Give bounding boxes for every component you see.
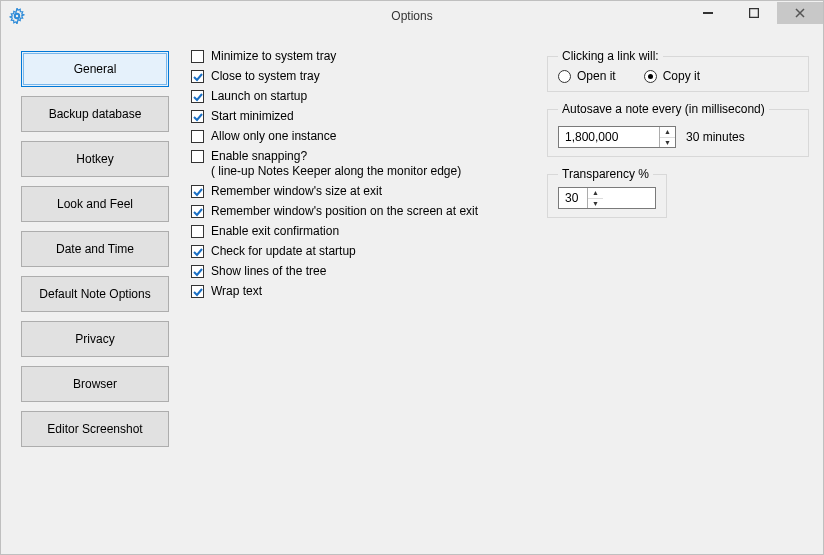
checkbox-enable-snapping[interactable] [191, 150, 204, 163]
checkbox-label: Close to system tray [211, 69, 320, 84]
autosave-input[interactable] [559, 127, 659, 147]
checkbox-wrap-text[interactable] [191, 285, 204, 298]
checkbox-label: Check for update at startup [211, 244, 356, 259]
spinner-up-icon[interactable]: ▲ [660, 127, 675, 138]
svg-rect-1 [703, 12, 713, 14]
window-body: General Backup database Hotkey Look and … [1, 30, 823, 554]
spinner-down-icon[interactable]: ▼ [588, 199, 603, 209]
nav-item-label: Hotkey [76, 152, 113, 166]
nav-item-label: Backup database [49, 107, 142, 121]
transparency-group: Transparency % ▲▼ [547, 167, 667, 218]
nav-item-label: Default Note Options [39, 287, 150, 301]
nav-item-label: Privacy [75, 332, 114, 346]
nav-item-label: Editor Screenshot [47, 422, 142, 436]
checkbox-label: Start minimized [211, 109, 294, 124]
nav-item-privacy[interactable]: Privacy [21, 321, 169, 357]
checkbox-label: Allow only one instance [211, 129, 336, 144]
checkbox-label-group: Enable snapping?( line-up Notes Keeper a… [211, 149, 461, 179]
right-panel: Clicking a link will: Open it Copy it Au… [547, 45, 809, 540]
checkbox-minimize-to-tray[interactable] [191, 50, 204, 63]
checkbox-label: Wrap text [211, 284, 262, 299]
checkbox-remember-size[interactable] [191, 185, 204, 198]
checkbox-label: Remember window's size at exit [211, 184, 382, 199]
close-button[interactable] [777, 2, 823, 24]
window-controls [685, 1, 823, 30]
nav-item-label: Look and Feel [57, 197, 133, 211]
checkbox-sublabel: ( line-up Notes Keeper along the monitor… [211, 164, 461, 178]
link-click-legend: Clicking a link will: [558, 49, 663, 63]
nav-item-label: Date and Time [56, 242, 134, 256]
spinner-down-icon[interactable]: ▼ [660, 138, 675, 148]
radio-label: Copy it [663, 69, 700, 83]
general-options: Minimize to system tray Close to system … [191, 45, 478, 540]
radio-open-it[interactable]: Open it [558, 69, 616, 83]
autosave-legend: Autosave a note every (in millisecond) [558, 102, 769, 116]
nav-item-default-note-options[interactable]: Default Note Options [21, 276, 169, 312]
nav-item-label: General [74, 62, 117, 76]
maximize-button[interactable] [731, 2, 777, 24]
category-nav: General Backup database Hotkey Look and … [15, 45, 175, 540]
transparency-input[interactable] [559, 188, 587, 208]
nav-item-date-and-time[interactable]: Date and Time [21, 231, 169, 267]
transparency-spinner: ▲▼ [558, 187, 656, 209]
nav-item-general[interactable]: General [21, 51, 169, 87]
checkbox-label: Enable exit confirmation [211, 224, 339, 239]
radio-copy-it[interactable]: Copy it [644, 69, 700, 83]
checkbox-remember-position[interactable] [191, 205, 204, 218]
minimize-button[interactable] [685, 2, 731, 24]
nav-item-look-and-feel[interactable]: Look and Feel [21, 186, 169, 222]
checkbox-show-tree-lines[interactable] [191, 265, 204, 278]
svg-point-0 [15, 13, 19, 17]
spinner-up-icon[interactable]: ▲ [588, 188, 603, 199]
checkbox-label: Remember window's position on the screen… [211, 204, 478, 219]
nav-item-browser[interactable]: Browser [21, 366, 169, 402]
link-click-group: Clicking a link will: Open it Copy it [547, 49, 809, 92]
checkbox-close-to-tray[interactable] [191, 70, 204, 83]
checkbox-one-instance[interactable] [191, 130, 204, 143]
checkbox-label: Launch on startup [211, 89, 307, 104]
transparency-legend: Transparency % [558, 167, 653, 181]
checkbox-label: Minimize to system tray [211, 49, 336, 64]
nav-item-hotkey[interactable]: Hotkey [21, 141, 169, 177]
autosave-spinner: ▲▼ [558, 126, 676, 148]
nav-item-label: Browser [73, 377, 117, 391]
checkbox-label: Enable snapping? [211, 149, 307, 163]
radio-label: Open it [577, 69, 616, 83]
svg-rect-2 [750, 9, 759, 18]
checkbox-exit-confirmation[interactable] [191, 225, 204, 238]
checkbox-label: Show lines of the tree [211, 264, 326, 279]
nav-item-editor-screenshot[interactable]: Editor Screenshot [21, 411, 169, 447]
autosave-hint: 30 minutes [686, 130, 745, 144]
gear-icon [9, 8, 25, 24]
checkbox-launch-on-startup[interactable] [191, 90, 204, 103]
nav-item-backup-database[interactable]: Backup database [21, 96, 169, 132]
checkbox-check-update[interactable] [191, 245, 204, 258]
checkbox-start-minimized[interactable] [191, 110, 204, 123]
autosave-group: Autosave a note every (in millisecond) ▲… [547, 102, 809, 157]
titlebar: Options [1, 1, 823, 30]
